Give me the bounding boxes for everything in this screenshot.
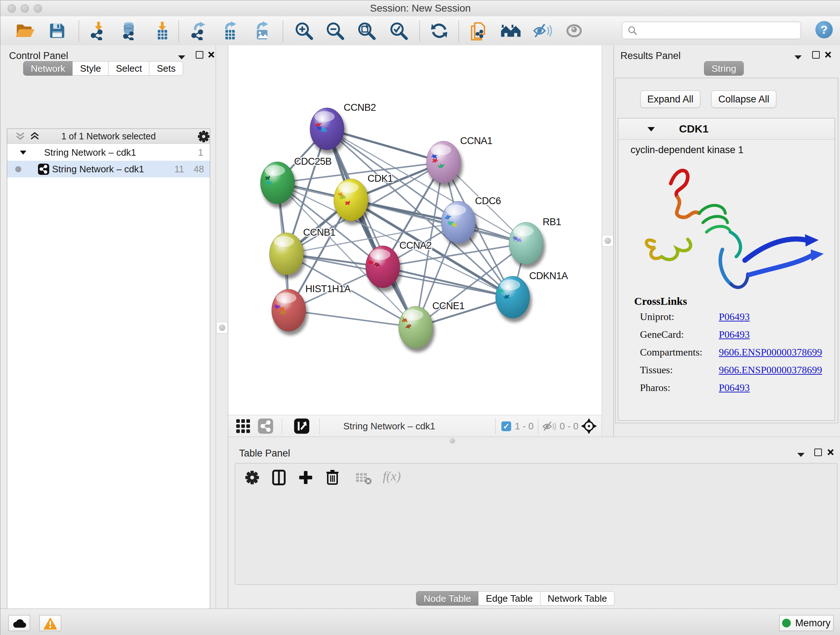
birdseye-grid-icon[interactable] xyxy=(236,419,250,433)
results-panel: Results Panel String Expand All Collapse… xyxy=(614,45,840,437)
panel-close-icon[interactable] xyxy=(208,51,215,58)
crosslink-link[interactable]: P06493 xyxy=(719,382,750,394)
tab-string[interactable]: String xyxy=(704,61,744,76)
gene-section-header[interactable]: CDK1 xyxy=(618,119,835,140)
netbar-divider xyxy=(282,418,282,434)
network-node-HIST1H1A[interactable]: HIST1H1A xyxy=(272,283,351,335)
panel-close-icon[interactable] xyxy=(824,51,832,58)
panel-float-button[interactable] xyxy=(196,51,203,59)
delete-column-button[interactable] xyxy=(322,467,343,488)
refresh-icon xyxy=(429,21,449,41)
zoom-selected-button[interactable] xyxy=(387,19,411,43)
window-zoom-button[interactable] xyxy=(34,4,42,13)
results-panel-splitter[interactable] xyxy=(602,45,614,437)
collection-expand-icon[interactable] xyxy=(19,150,27,155)
control-panel-splitter[interactable] xyxy=(216,45,228,608)
network-node-CDKN1A[interactable]: CDKN1A xyxy=(496,271,568,322)
network-collection-row[interactable]: String Network – cdk1 1 xyxy=(7,144,210,161)
refresh-view-button[interactable] xyxy=(427,19,451,43)
string-panel-icon[interactable] xyxy=(258,418,273,434)
splitter-grip[interactable] xyxy=(602,235,614,247)
tab-network-table[interactable]: Network Table xyxy=(540,591,615,606)
expand-all-button[interactable]: Expand All xyxy=(640,90,700,108)
network-node-RB1[interactable]: RB1 xyxy=(509,217,561,268)
warnings-button[interactable] xyxy=(39,615,61,631)
open-session-button[interactable] xyxy=(13,19,37,43)
zoom-out-button[interactable] xyxy=(323,19,347,43)
tab-select[interactable]: Select xyxy=(108,61,149,76)
crosslink-link[interactable]: 9606.ENSP00000378699 xyxy=(719,364,822,376)
fit-content-crosshair-icon[interactable] xyxy=(581,418,597,434)
network-node-CDK1[interactable]: CDK1 xyxy=(334,173,393,225)
collapse-all-button[interactable]: Collapse All xyxy=(711,90,776,108)
zoom-fit-button[interactable] xyxy=(355,19,378,43)
new-network-from-selection-button[interactable] xyxy=(467,19,491,43)
save-session-button[interactable] xyxy=(45,19,69,43)
zoom-in-button[interactable] xyxy=(292,19,316,43)
detach-view-icon[interactable] xyxy=(294,418,309,434)
collection-label: String Network – cdk1 xyxy=(44,147,136,158)
delete-table-button[interactable] xyxy=(353,468,374,489)
search-input[interactable] xyxy=(622,22,801,39)
help-button[interactable]: ? xyxy=(815,21,833,38)
table-options-button[interactable] xyxy=(242,467,263,488)
show-columns-button[interactable] xyxy=(268,467,289,488)
network-status-dot xyxy=(15,166,21,172)
splitter-grip[interactable] xyxy=(216,322,228,333)
tab-edge-table[interactable]: Edge Table xyxy=(478,591,540,606)
save-icon xyxy=(49,22,66,40)
function-builder-button[interactable]: f(x) xyxy=(383,469,401,484)
memory-button[interactable]: Memory xyxy=(779,615,834,631)
crosslink-row: Tissues:9606.ENSP00000378699 xyxy=(640,364,828,376)
window-close-button[interactable] xyxy=(8,4,16,13)
export-network-button[interactable] xyxy=(187,19,211,43)
panel-menu-icon[interactable] xyxy=(794,55,802,60)
network-node-CDC25B[interactable]: CDC25B xyxy=(261,156,332,208)
panel-menu-icon[interactable] xyxy=(797,452,805,457)
network-node-CDC6[interactable]: CDC6 xyxy=(441,195,501,247)
panel-close-icon[interactable] xyxy=(827,448,834,456)
tab-style[interactable]: Style xyxy=(73,61,109,76)
network-node-CCNA1[interactable]: CCNA1 xyxy=(426,135,493,187)
hide-selection-button[interactable] xyxy=(531,19,554,43)
crosslink-row: Uniprot:P06493 xyxy=(640,311,828,323)
cloud-button[interactable] xyxy=(8,615,30,631)
crosslink-link[interactable]: P06493 xyxy=(719,329,750,340)
crosslink-label: GeneCard: xyxy=(640,329,719,340)
network-canvas[interactable]: CCNB2CCNA1CDC25BCDK1CDC6RB1CCNB1CCNA2CDK… xyxy=(228,45,602,415)
toolbar-divider xyxy=(419,21,420,42)
table-panel-splitter[interactable] xyxy=(228,437,840,446)
network-row[interactable]: String Network – cdk1 11 48 xyxy=(7,161,210,177)
show-selection-button[interactable] xyxy=(562,19,586,43)
results-panel-tabs: String xyxy=(704,61,744,76)
section-collapse-icon[interactable] xyxy=(647,126,655,132)
import-network-database-button[interactable] xyxy=(117,19,141,43)
network-node-CCNE1[interactable]: CCNE1 xyxy=(399,301,464,352)
crosslink-link[interactable]: P06493 xyxy=(719,311,750,323)
toolbar-divider xyxy=(79,21,79,42)
crosslink-link[interactable]: 9606.ENSP00000378699 xyxy=(719,347,822,358)
tab-sets[interactable]: Sets xyxy=(149,61,183,76)
network-node-CCNB1[interactable]: CCNB1 xyxy=(270,227,335,279)
panel-float-button[interactable] xyxy=(812,51,820,59)
import-table-file-button[interactable] xyxy=(150,19,174,43)
selected-checkbox[interactable]: ✓ xyxy=(501,421,511,431)
node-label: CDC25B xyxy=(294,156,332,167)
network-node-CCNB2[interactable]: CCNB2 xyxy=(310,102,376,154)
gear-icon[interactable] xyxy=(197,130,210,143)
tab-node-table[interactable]: Node Table xyxy=(416,591,478,606)
starter-panel-button[interactable] xyxy=(499,19,523,43)
network-graph[interactable]: CCNB2CCNA1CDC25BCDK1CDC6RB1CCNB1CCNA2CDK… xyxy=(228,45,602,415)
export-table-button[interactable] xyxy=(218,19,242,43)
panel-float-button[interactable] xyxy=(814,448,822,456)
panel-menu-icon[interactable] xyxy=(178,55,186,60)
selected-counts: 1 - 0 xyxy=(515,415,534,437)
import-table-icon xyxy=(153,21,172,40)
import-network-file-button[interactable] xyxy=(87,19,111,43)
netbar-divider xyxy=(538,418,538,434)
export-image-button[interactable] xyxy=(250,19,274,43)
network-node-CCNA2[interactable]: CCNA2 xyxy=(366,240,431,292)
window-minimize-button[interactable] xyxy=(21,4,29,13)
add-column-button[interactable] xyxy=(295,467,316,488)
tab-network[interactable]: Network xyxy=(23,61,73,76)
